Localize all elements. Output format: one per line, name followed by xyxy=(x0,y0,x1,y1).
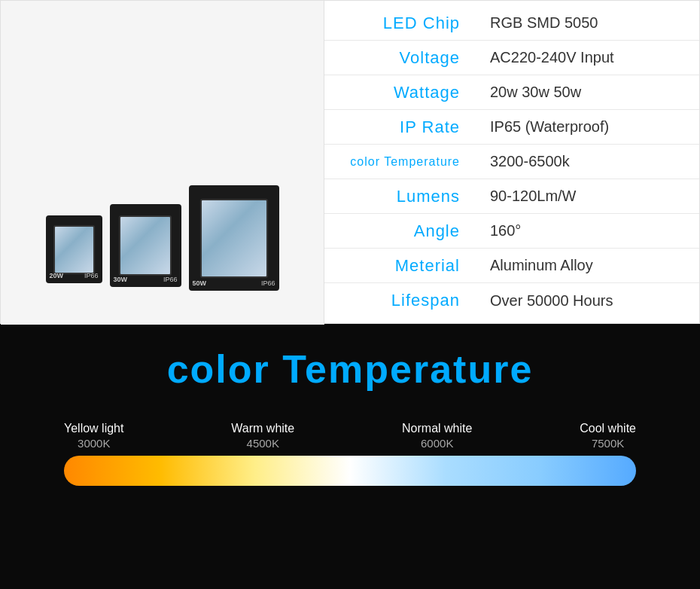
spec-row: Wattage20w 30w 50w xyxy=(324,75,699,110)
spec-row: LED ChipRGB SMD 5050 xyxy=(324,6,699,41)
lens-large xyxy=(200,199,268,278)
spec-row: color Temperature3200-6500k xyxy=(324,145,699,179)
spec-row: VoltageAC220-240V Input xyxy=(324,41,699,75)
spec-value: 160° xyxy=(475,222,699,240)
spec-row: IP RateIP65 (Waterproof) xyxy=(324,110,699,145)
lens-small xyxy=(53,225,95,274)
temp-label-name: Normal white xyxy=(402,422,472,435)
ip-label-large: IP66 xyxy=(261,279,275,287)
spec-label: Voltage xyxy=(324,48,475,68)
temp-label-item: Normal white6000K xyxy=(402,422,472,450)
temp-label-name: Yellow light xyxy=(64,422,123,435)
top-section: 20W IP66 30W IP66 50W IP66 LED ChipRGB S… xyxy=(0,0,700,324)
spec-label: Angle xyxy=(324,221,475,241)
watt-label-small: 20W xyxy=(50,272,64,279)
spec-value: 90-120Lm/W xyxy=(475,188,699,205)
spec-value: RGB SMD 5050 xyxy=(475,14,699,32)
spec-row: Angle160° xyxy=(324,214,699,249)
ip-label-medium: IP66 xyxy=(163,276,178,283)
color-temp-title: color Temperature xyxy=(167,346,534,392)
spec-label: IP Rate xyxy=(324,117,475,137)
temp-label-value: 4500K xyxy=(247,437,279,450)
spec-value: IP65 (Waterproof) xyxy=(475,118,699,136)
color-gradient-bar xyxy=(64,456,636,486)
spec-value: AC220-240V Input xyxy=(475,49,699,66)
ip-label-small: IP66 xyxy=(84,272,99,279)
lens-medium xyxy=(119,215,172,276)
temp-labels-row: Yellow light3000KWarm white4500KNormal w… xyxy=(64,422,636,450)
temp-label-value: 6000K xyxy=(421,437,453,450)
bottom-section: color Temperature Yellow light3000KWarm … xyxy=(0,324,700,589)
spec-value: 20w 30w 50w xyxy=(475,84,699,101)
temp-label-value: 7500K xyxy=(592,437,624,450)
temp-label-name: Warm white xyxy=(231,422,294,435)
spec-label: Lumens xyxy=(324,187,475,206)
temp-label-item: Cool white7500K xyxy=(580,422,636,450)
spec-row: MeterialAluminum Alloy xyxy=(324,249,699,283)
flood-light-large: 50W IP66 xyxy=(189,185,279,291)
spec-value: Over 50000 Hours xyxy=(475,292,699,310)
temp-label-item: Yellow light3000K xyxy=(64,422,123,450)
flood-light-medium: 30W IP66 xyxy=(110,204,181,287)
lights-container: 20W IP66 30W IP66 50W IP66 xyxy=(20,35,306,291)
watt-label-large: 50W xyxy=(193,279,207,287)
temp-label-value: 3000K xyxy=(78,437,110,450)
spec-label: Lifespan xyxy=(324,291,475,310)
spec-value: 3200-6500k xyxy=(475,153,699,170)
spec-row: LifespanOver 50000 Hours xyxy=(324,283,699,318)
product-image-area: 20W IP66 30W IP66 50W IP66 xyxy=(1,1,324,325)
watt-label-medium: 30W xyxy=(114,276,128,283)
specs-table: LED ChipRGB SMD 5050VoltageAC220-240V In… xyxy=(324,1,699,323)
spec-value: Aluminum Alloy xyxy=(475,257,699,274)
spec-label: color Temperature xyxy=(324,155,475,169)
flood-light-small: 20W IP66 xyxy=(46,215,102,283)
temp-label-item: Warm white4500K xyxy=(231,422,294,450)
spec-label: Meterial xyxy=(324,256,475,276)
spec-row: Lumens90-120Lm/W xyxy=(324,179,699,214)
temp-label-name: Cool white xyxy=(580,422,636,435)
spec-label: LED Chip xyxy=(324,14,475,33)
spec-label: Wattage xyxy=(324,83,475,102)
